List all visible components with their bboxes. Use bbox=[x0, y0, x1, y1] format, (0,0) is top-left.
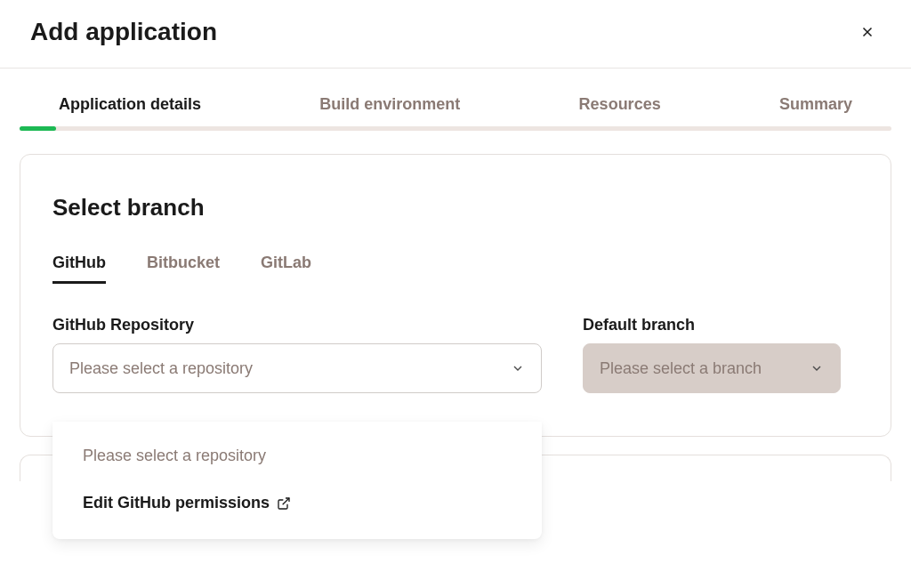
modal-header: Add application bbox=[0, 0, 911, 68]
branch-select[interactable]: Please select a branch bbox=[583, 343, 841, 393]
card-title: Select branch bbox=[52, 194, 859, 222]
repo-dropdown-menu: Please select a repository Edit GitHub p… bbox=[52, 422, 542, 539]
close-icon bbox=[859, 24, 875, 40]
branch-select-placeholder: Please select a branch bbox=[600, 359, 762, 378]
progress-track bbox=[20, 126, 891, 131]
tab-bitbucket[interactable]: Bitbucket bbox=[147, 254, 220, 284]
dropdown-placeholder: Please select a repository bbox=[83, 447, 512, 465]
tab-github[interactable]: GitHub bbox=[52, 254, 106, 284]
step-build-environment[interactable]: Build environment bbox=[319, 95, 460, 114]
branch-form-group: Default branch Please select a branch bbox=[583, 316, 841, 393]
repo-select[interactable]: Please select a repository bbox=[52, 343, 542, 393]
external-link-icon bbox=[277, 496, 291, 511]
provider-tabs: GitHub Bitbucket GitLab bbox=[52, 254, 859, 284]
form-row: GitHub Repository Please select a reposi… bbox=[52, 316, 859, 393]
progress-fill bbox=[20, 126, 56, 131]
chevron-down-icon bbox=[511, 361, 525, 375]
branch-label: Default branch bbox=[583, 316, 841, 334]
dropdown-action-label: Edit GitHub permissions bbox=[83, 494, 270, 512]
close-button[interactable] bbox=[854, 19, 881, 45]
chevron-down-icon bbox=[810, 361, 824, 375]
step-summary[interactable]: Summary bbox=[779, 95, 852, 114]
step-application-details[interactable]: Application details bbox=[59, 95, 201, 114]
step-resources[interactable]: Resources bbox=[579, 95, 661, 114]
edit-github-permissions-link[interactable]: Edit GitHub permissions bbox=[83, 494, 512, 512]
select-branch-card: Select branch GitHub Bitbucket GitLab Gi… bbox=[20, 154, 891, 437]
repo-select-placeholder: Please select a repository bbox=[69, 359, 253, 378]
steps-wrapper: Application details Build environment Re… bbox=[0, 68, 911, 131]
tab-gitlab[interactable]: GitLab bbox=[261, 254, 311, 284]
page-title: Add application bbox=[30, 18, 217, 46]
repo-label: GitHub Repository bbox=[52, 316, 542, 334]
step-tabs: Application details Build environment Re… bbox=[20, 68, 891, 126]
svg-line-0 bbox=[283, 498, 289, 504]
repo-form-group: GitHub Repository Please select a reposi… bbox=[52, 316, 542, 393]
